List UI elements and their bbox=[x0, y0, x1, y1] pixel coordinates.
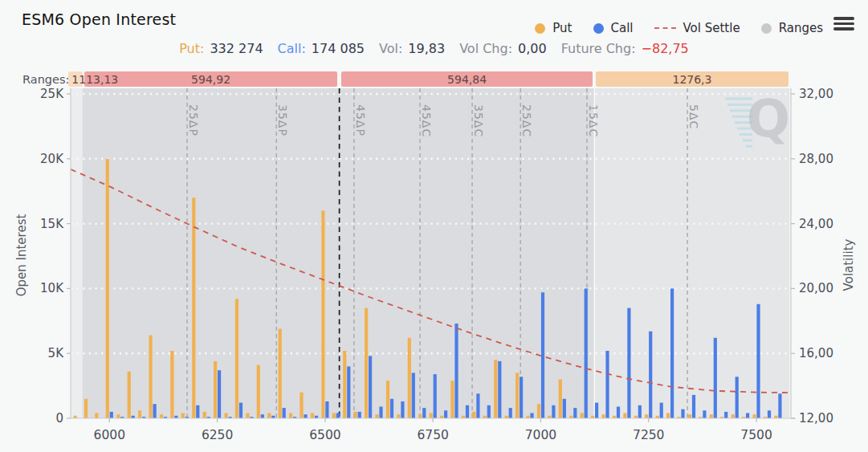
put-bar[interactable] bbox=[710, 414, 713, 418]
call-bar[interactable] bbox=[218, 370, 221, 418]
call-bar[interactable] bbox=[627, 308, 630, 418]
put-bar[interactable] bbox=[418, 414, 422, 418]
call-bar[interactable] bbox=[434, 374, 437, 418]
call-bar[interactable] bbox=[379, 407, 382, 419]
call-bar[interactable] bbox=[541, 292, 544, 418]
call-bar[interactable] bbox=[401, 401, 404, 418]
call-bar[interactable] bbox=[681, 409, 684, 418]
put-bar[interactable] bbox=[311, 413, 314, 419]
put-bar[interactable] bbox=[516, 373, 519, 418]
put-bar[interactable] bbox=[203, 412, 206, 418]
put-bar[interactable] bbox=[106, 159, 109, 418]
call-bar[interactable] bbox=[422, 408, 426, 418]
put-bar[interactable] bbox=[386, 381, 389, 418]
put-bar[interactable] bbox=[375, 414, 378, 418]
put-bar[interactable] bbox=[601, 414, 605, 418]
put-bar[interactable] bbox=[128, 372, 131, 418]
call-bar[interactable] bbox=[585, 288, 588, 418]
put-bar[interactable] bbox=[688, 414, 691, 418]
put-bar[interactable] bbox=[752, 414, 756, 418]
call-bar[interactable] bbox=[714, 338, 717, 418]
put-bar[interactable] bbox=[494, 360, 497, 418]
put-bar[interactable] bbox=[289, 413, 292, 419]
call-bar[interactable] bbox=[778, 393, 781, 418]
put-bar[interactable] bbox=[581, 413, 584, 419]
call-bar[interactable] bbox=[325, 401, 328, 418]
put-bar[interactable] bbox=[365, 308, 368, 418]
put-bar[interactable] bbox=[138, 410, 141, 418]
put-bar[interactable] bbox=[343, 351, 346, 418]
put-bar[interactable] bbox=[279, 329, 282, 419]
put-bar[interactable] bbox=[666, 413, 670, 419]
put-bar[interactable] bbox=[354, 412, 357, 418]
call-bar[interactable] bbox=[498, 361, 501, 418]
call-bar[interactable] bbox=[336, 413, 340, 419]
call-bar[interactable] bbox=[692, 395, 695, 418]
put-bar[interactable] bbox=[321, 210, 324, 418]
put-bar[interactable] bbox=[149, 336, 153, 418]
put-bar[interactable] bbox=[257, 365, 260, 418]
call-bar[interactable] bbox=[509, 408, 512, 418]
put-bar[interactable] bbox=[537, 404, 540, 418]
call-bar[interactable] bbox=[261, 414, 264, 418]
put-bar[interactable] bbox=[731, 414, 735, 418]
call-bar[interactable] bbox=[520, 377, 523, 418]
call-bar[interactable] bbox=[476, 393, 479, 418]
call-bar[interactable] bbox=[670, 288, 674, 418]
call-bar[interactable] bbox=[283, 408, 286, 418]
call-bar[interactable] bbox=[617, 407, 620, 419]
call-bar[interactable] bbox=[756, 304, 760, 418]
call-bar[interactable] bbox=[660, 403, 663, 418]
call-bar[interactable] bbox=[768, 410, 771, 418]
call-bar[interactable] bbox=[552, 405, 555, 418]
put-bar[interactable] bbox=[160, 414, 163, 418]
put-bar[interactable] bbox=[408, 338, 411, 418]
chart-canvas[interactable]: Q25ΔP35ΔP45ΔP45ΔC35ΔC25ΔC15ΔC5ΔC05K10K15… bbox=[0, 0, 868, 452]
call-bar[interactable] bbox=[649, 332, 652, 418]
call-bar[interactable] bbox=[358, 412, 361, 418]
call-bar[interactable] bbox=[638, 405, 642, 418]
put-bar[interactable] bbox=[472, 412, 475, 418]
put-bar[interactable] bbox=[559, 380, 562, 419]
put-bar[interactable] bbox=[450, 381, 454, 418]
call-bar[interactable] bbox=[347, 366, 350, 418]
put-bar[interactable] bbox=[645, 414, 648, 418]
call-bar[interactable] bbox=[595, 403, 598, 418]
call-bar[interactable] bbox=[563, 399, 566, 418]
put-bar[interactable] bbox=[95, 413, 98, 419]
call-bar[interactable] bbox=[736, 377, 739, 418]
put-bar[interactable] bbox=[225, 413, 228, 419]
call-bar[interactable] bbox=[724, 412, 727, 418]
call-bar[interactable] bbox=[412, 373, 415, 418]
call-bar[interactable] bbox=[746, 413, 749, 419]
put-bar[interactable] bbox=[84, 399, 88, 418]
put-bar[interactable] bbox=[332, 413, 336, 419]
call-bar[interactable] bbox=[454, 324, 458, 418]
call-bar[interactable] bbox=[605, 351, 609, 418]
call-bar[interactable] bbox=[153, 404, 157, 418]
call-bar[interactable] bbox=[196, 405, 199, 418]
call-bar[interactable] bbox=[239, 403, 242, 418]
put-bar[interactable] bbox=[623, 413, 626, 419]
call-bar[interactable] bbox=[487, 405, 491, 418]
put-bar[interactable] bbox=[430, 413, 433, 419]
call-bar[interactable] bbox=[530, 413, 533, 419]
call-bar[interactable] bbox=[703, 410, 706, 418]
call-bar[interactable] bbox=[444, 410, 447, 418]
put-bar[interactable] bbox=[181, 413, 185, 419]
call-bar[interactable] bbox=[466, 405, 469, 418]
call-bar[interactable] bbox=[369, 356, 372, 418]
put-bar[interactable] bbox=[170, 351, 173, 418]
put-bar[interactable] bbox=[214, 361, 217, 418]
put-bar[interactable] bbox=[300, 393, 303, 418]
call-bar[interactable] bbox=[573, 408, 577, 418]
put-bar[interactable] bbox=[192, 197, 195, 418]
put-bar[interactable] bbox=[235, 299, 238, 418]
call-bar[interactable] bbox=[304, 414, 307, 418]
put-bar[interactable] bbox=[246, 413, 249, 419]
put-bar[interactable] bbox=[116, 414, 120, 418]
call-bar[interactable] bbox=[110, 412, 113, 418]
call-bar[interactable] bbox=[390, 399, 393, 418]
put-bar[interactable] bbox=[267, 413, 271, 419]
put-bar[interactable] bbox=[397, 414, 400, 418]
